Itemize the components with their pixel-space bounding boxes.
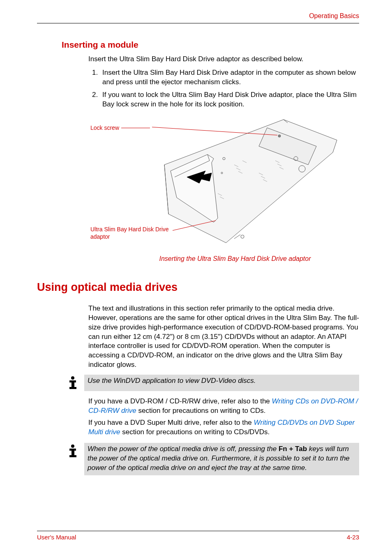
svg-rect-14 <box>71 449 74 456</box>
reference-paragraph: If you have a DVD Super Multi drive, ref… <box>88 418 359 437</box>
svg-point-8 <box>71 376 74 380</box>
subsection-heading: Inserting a module <box>62 40 359 50</box>
section-body: The text and illustrations in this secti… <box>88 304 359 370</box>
note-block: When the power of the optical media driv… <box>66 443 359 475</box>
svg-rect-11 <box>69 387 76 389</box>
ref-text-pre: If you have a DVD Super Multi drive, ref… <box>88 419 254 426</box>
laptop-adaptor-illustration <box>152 115 345 247</box>
figure-illustration: Lock screw Ultra Slim Bay Hard Disk Driv… <box>90 115 353 255</box>
figure-caption: Inserting the Ultra Slim Bay Hard Disk D… <box>111 255 359 263</box>
section-heading: Using optical media drives <box>37 281 359 294</box>
ref-text-post: section for precautions on writing to CD… <box>120 428 270 436</box>
note-block: Use the WinDVD application to view DVD-V… <box>66 375 359 391</box>
svg-rect-15 <box>69 455 76 457</box>
svg-rect-10 <box>71 380 74 388</box>
reference-paragraph: If you have a DVD-ROM / CD-R/RW drive, r… <box>88 397 359 416</box>
figure-label-lock-screw: Lock screw <box>90 124 119 131</box>
svg-point-12 <box>71 444 74 448</box>
footer-divider <box>37 531 359 531</box>
info-icon <box>66 443 84 475</box>
key-tab: Tab <box>295 445 307 453</box>
svg-point-7 <box>241 235 244 238</box>
intro-text: Insert the Ultra Slim Bay Hard Disk Driv… <box>88 55 359 64</box>
key-fn: Fn <box>279 445 287 453</box>
note-pre: When the power of the optical media driv… <box>88 445 279 453</box>
figure-leader-line <box>121 128 150 128</box>
note-text: When the power of the optical media driv… <box>84 443 359 475</box>
ref-text-post: section for precautions on writing to CD… <box>136 407 266 415</box>
footer-manual-label: User's Manual <box>37 534 76 541</box>
step-item: Insert the Ultra Slim Bay Hard Disk Driv… <box>100 68 359 87</box>
info-icon <box>66 375 84 391</box>
header-divider <box>37 23 359 23</box>
ref-text-pre: If you have a DVD-ROM / CD-R/RW drive, r… <box>88 397 272 405</box>
note-text: Use the WinDVD application to view DVD-V… <box>84 375 359 391</box>
steps-list: Insert the Ultra Slim Bay Hard Disk Driv… <box>88 68 359 109</box>
header-section-label: Operating Basics <box>37 12 359 20</box>
key-plus: + <box>287 445 295 453</box>
svg-point-4 <box>278 135 281 137</box>
footer-page-number: 4-23 <box>347 534 359 541</box>
step-item: If you want to lock the Ultra Slim Bay H… <box>100 90 359 109</box>
page-footer: User's Manual 4-23 <box>37 531 359 541</box>
